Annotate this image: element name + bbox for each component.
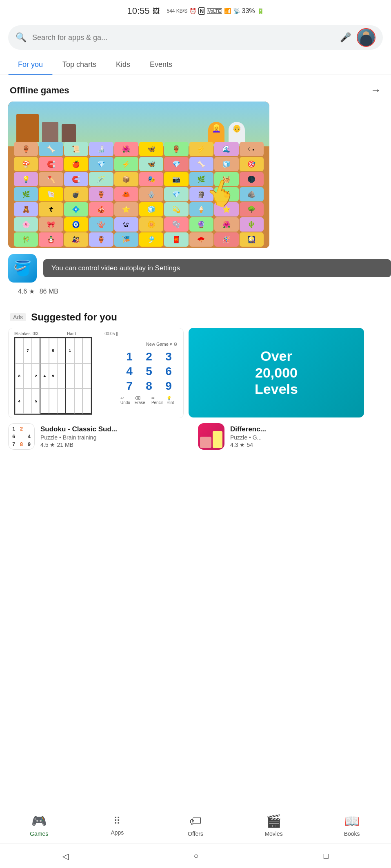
- battery-icon: 🔋: [257, 8, 264, 14]
- featured-game-card[interactable]: 👱‍♀️ 👴 🏺🦴📜🍶🌺🦋🏺⚡🌊🗝 🍄🧲🍎💎⚡🦋💎🦴🧊🎯: [8, 102, 391, 302]
- game-metadata: 4.6 ★ 86 MB: [8, 286, 391, 302]
- ads-badge: Ads: [10, 313, 26, 321]
- home-button[interactable]: ○: [193, 851, 198, 861]
- wifi-icon: 📶: [224, 8, 231, 14]
- status-time: 10:55: [127, 6, 149, 16]
- game-background: 👱‍♀️ 👴 🏺🦴📜🍶🌺🦋🏺⚡🌊🗝 🍄🧲🍎💎⚡🦋💎🦴🧊🎯: [8, 102, 269, 248]
- books-label: Books: [344, 830, 360, 837]
- search-bar: 🔍 🎤: [8, 25, 383, 50]
- nav-apps[interactable]: ⠿ Apps: [78, 815, 157, 836]
- autoplay-tooltip: You can control video autoplay in Settin…: [43, 259, 391, 277]
- tab-top-charts[interactable]: Top charts: [53, 55, 106, 75]
- sudoku-app-info[interactable]: 1 2 6 4 7 8 9 Sudoku - Classic Sud... Pu…: [8, 423, 193, 450]
- offline-games-arrow[interactable]: →: [371, 84, 381, 97]
- difference-app-details: Differenc... Puzzle • G... 4.3 ★ 54: [230, 425, 383, 448]
- main-content: Offline games → 👱‍♀️: [0, 75, 391, 520]
- game-size: 86 MB: [40, 288, 58, 295]
- sudoku-app-rating: 4.5 ★ 21 MB: [40, 442, 193, 448]
- nfc-icon: N: [198, 7, 205, 15]
- avatar-image: [358, 29, 375, 46]
- difference-app-name: Differenc...: [230, 425, 312, 433]
- app-info-row: 1 2 6 4 7 8 9 Sudoku - Classic Sud... Pu…: [0, 418, 391, 455]
- bottom-navigation: 🎮 Games ⠿ Apps 🏷 Offers 🎬 Movies 📖 Books: [0, 807, 391, 844]
- sudoku-app-icon: 1 2 6 4 7 8 9: [8, 423, 35, 450]
- difference-app-rating: 4.3 ★ 54: [230, 442, 383, 448]
- avatar-body: [360, 35, 372, 46]
- offline-games-title: Offline games: [10, 85, 69, 96]
- suggested-header: Ads Suggested for you: [0, 302, 391, 328]
- game-rating: 4.6 ★: [18, 287, 35, 295]
- volte-icon: VoLTE: [207, 8, 222, 14]
- battery-level: 33%: [242, 7, 255, 15]
- levels-card[interactable]: Over 20,000 Levels: [189, 328, 364, 417]
- sudoku-app-details: Sudoku - Classic Sud... Puzzle • Brain t…: [40, 425, 193, 448]
- user-avatar[interactable]: [357, 28, 375, 47]
- difference-app-icon: [198, 423, 224, 450]
- back-button[interactable]: ◁: [62, 851, 69, 861]
- suggested-apps-grid: Mistakes: 0/3Hard00:05 ‖ 7 5 1: [0, 328, 391, 418]
- nav-games[interactable]: 🎮 Games: [0, 814, 78, 837]
- tabs-container: For you Top charts Kids Events: [0, 55, 391, 75]
- sudoku-app-category: Puzzle • Brain training: [40, 434, 193, 441]
- offers-icon: 🏷: [189, 814, 202, 828]
- alarm-icon: ⏰: [189, 8, 196, 14]
- nav-books[interactable]: 📖 Books: [313, 814, 391, 837]
- game-info: 🪣 You can control video autoplay in Sett…: [8, 248, 391, 286]
- tab-for-you[interactable]: For you: [8, 55, 53, 75]
- tab-events[interactable]: Events: [140, 55, 182, 75]
- status-photo-icon: 🖼: [153, 7, 160, 15]
- levels-text: Over 20,000 Levels: [255, 348, 298, 398]
- suggested-title: Suggested for you: [31, 311, 117, 323]
- movies-label: Movies: [264, 830, 282, 837]
- games-label: Games: [30, 830, 48, 837]
- game-top-strip: 👱‍♀️ 👴: [8, 102, 269, 146]
- offers-label: Offers: [188, 830, 203, 837]
- recent-button[interactable]: □: [324, 851, 329, 861]
- signal-icon: 📡: [233, 8, 240, 14]
- difference-app-category: Puzzle • G...: [230, 434, 383, 441]
- tab-kids[interactable]: Kids: [106, 55, 140, 75]
- apps-label: Apps: [111, 829, 124, 836]
- sudoku-screenshot: Mistakes: 0/3Hard00:05 ‖ 7 5 1: [9, 328, 183, 418]
- search-icon: 🔍: [16, 32, 27, 43]
- sudoku-app-name: Sudoku - Classic Sud...: [40, 425, 122, 433]
- nav-offers[interactable]: 🏷 Offers: [156, 814, 235, 837]
- difference-app-info[interactable]: Differenc... Puzzle • G... 4.3 ★ 54: [198, 423, 383, 450]
- nav-movies[interactable]: 🎬 Movies: [235, 814, 313, 837]
- books-icon: 📖: [344, 814, 360, 828]
- search-input[interactable]: [32, 33, 334, 42]
- movies-icon: 🎬: [266, 814, 281, 828]
- status-icons: 544 KB/S ⏰ N VoLTE 📶 📡 33% 🔋: [167, 7, 264, 15]
- game-app-icon: 🪣: [8, 254, 37, 283]
- status-bar: 10:55 🖼 544 KB/S ⏰ N VoLTE 📶 📡 33% 🔋: [0, 0, 391, 22]
- game-screenshot: 👱‍♀️ 👴 🏺🦴📜🍶🌺🦋🏺⚡🌊🗝 🍄🧲🍎💎⚡🦋💎🦴🧊🎯: [8, 102, 269, 248]
- microphone-icon[interactable]: 🎤: [340, 32, 351, 43]
- games-icon: 🎮: [31, 814, 47, 828]
- network-speed: 544 KB/S: [167, 8, 187, 14]
- apps-icon: ⠿: [113, 815, 121, 827]
- system-navigation: ◁ ○ □: [0, 844, 391, 868]
- offline-games-header: Offline games →: [0, 75, 391, 102]
- sudoku-card[interactable]: Mistakes: 0/3Hard00:05 ‖ 7 5 1: [8, 328, 184, 418]
